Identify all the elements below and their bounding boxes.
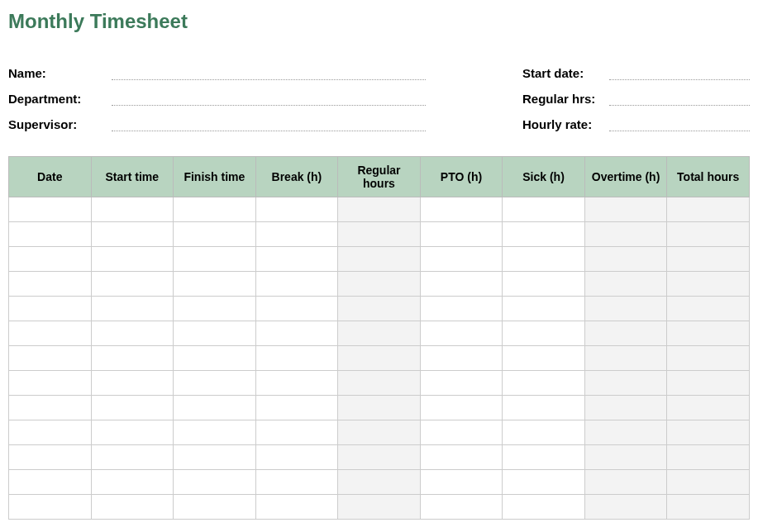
table-cell[interactable]: [174, 495, 256, 520]
table-cell[interactable]: [667, 297, 750, 321]
table-cell[interactable]: [255, 495, 338, 520]
table-cell[interactable]: [667, 247, 750, 272]
table-cell[interactable]: [584, 445, 667, 470]
table-cell[interactable]: [338, 495, 421, 520]
table-cell[interactable]: [667, 420, 750, 445]
table-cell[interactable]: [9, 420, 92, 445]
table-cell[interactable]: [9, 470, 92, 495]
regular-hrs-field[interactable]: [609, 94, 750, 106]
table-cell[interactable]: [584, 321, 667, 346]
table-cell[interactable]: [338, 445, 421, 470]
table-cell[interactable]: [91, 470, 174, 495]
table-cell[interactable]: [503, 495, 585, 520]
table-cell[interactable]: [255, 272, 338, 297]
table-cell[interactable]: [503, 371, 585, 396]
table-cell[interactable]: [420, 297, 503, 321]
table-cell[interactable]: [584, 222, 667, 247]
table-cell[interactable]: [174, 470, 256, 495]
table-cell[interactable]: [255, 222, 338, 247]
table-cell[interactable]: [584, 297, 667, 321]
table-cell[interactable]: [174, 420, 256, 445]
table-cell[interactable]: [9, 297, 92, 321]
table-cell[interactable]: [667, 197, 750, 222]
table-cell[interactable]: [174, 346, 256, 371]
table-cell[interactable]: [174, 445, 256, 470]
table-cell[interactable]: [338, 346, 421, 371]
table-cell[interactable]: [255, 396, 338, 420]
table-cell[interactable]: [667, 321, 750, 346]
table-cell[interactable]: [584, 272, 667, 297]
table-cell[interactable]: [503, 445, 585, 470]
table-cell[interactable]: [420, 495, 503, 520]
name-field[interactable]: [112, 69, 426, 80]
table-cell[interactable]: [503, 247, 585, 272]
table-cell[interactable]: [255, 445, 338, 470]
table-cell[interactable]: [9, 321, 92, 346]
table-cell[interactable]: [91, 445, 174, 470]
table-cell[interactable]: [503, 197, 585, 222]
table-cell[interactable]: [338, 247, 421, 272]
table-cell[interactable]: [255, 247, 338, 272]
table-cell[interactable]: [255, 297, 338, 321]
table-cell[interactable]: [338, 222, 421, 247]
table-cell[interactable]: [255, 470, 338, 495]
table-cell[interactable]: [9, 247, 92, 272]
table-cell[interactable]: [9, 371, 92, 396]
supervisor-field[interactable]: [112, 120, 426, 131]
table-cell[interactable]: [584, 420, 667, 445]
start-date-field[interactable]: [609, 69, 750, 80]
table-cell[interactable]: [503, 470, 585, 495]
table-cell[interactable]: [503, 222, 585, 247]
table-cell[interactable]: [255, 420, 338, 445]
table-cell[interactable]: [667, 222, 750, 247]
table-cell[interactable]: [420, 396, 503, 420]
table-cell[interactable]: [338, 420, 421, 445]
table-cell[interactable]: [91, 396, 174, 420]
table-cell[interactable]: [174, 222, 256, 247]
table-cell[interactable]: [667, 470, 750, 495]
table-cell[interactable]: [9, 197, 92, 222]
table-cell[interactable]: [255, 371, 338, 396]
table-cell[interactable]: [584, 197, 667, 222]
table-cell[interactable]: [420, 272, 503, 297]
table-cell[interactable]: [667, 346, 750, 371]
table-cell[interactable]: [338, 197, 421, 222]
table-cell[interactable]: [667, 445, 750, 470]
table-cell[interactable]: [91, 321, 174, 346]
table-cell[interactable]: [255, 321, 338, 346]
table-cell[interactable]: [174, 321, 256, 346]
table-cell[interactable]: [9, 222, 92, 247]
table-cell[interactable]: [584, 470, 667, 495]
table-cell[interactable]: [91, 272, 174, 297]
table-cell[interactable]: [91, 346, 174, 371]
table-cell[interactable]: [503, 321, 585, 346]
table-cell[interactable]: [9, 396, 92, 420]
table-cell[interactable]: [420, 197, 503, 222]
table-cell[interactable]: [9, 346, 92, 371]
department-field[interactable]: [112, 94, 426, 106]
table-cell[interactable]: [174, 297, 256, 321]
table-cell[interactable]: [91, 247, 174, 272]
table-cell[interactable]: [91, 495, 174, 520]
table-cell[interactable]: [503, 396, 585, 420]
table-cell[interactable]: [174, 272, 256, 297]
table-cell[interactable]: [174, 396, 256, 420]
table-cell[interactable]: [338, 297, 421, 321]
table-cell[interactable]: [9, 445, 92, 470]
table-cell[interactable]: [584, 396, 667, 420]
table-cell[interactable]: [420, 321, 503, 346]
table-cell[interactable]: [338, 470, 421, 495]
table-cell[interactable]: [255, 197, 338, 222]
table-cell[interactable]: [503, 297, 585, 321]
table-cell[interactable]: [420, 445, 503, 470]
table-cell[interactable]: [174, 247, 256, 272]
table-cell[interactable]: [667, 371, 750, 396]
hourly-rate-field[interactable]: [609, 120, 750, 131]
table-cell[interactable]: [9, 272, 92, 297]
table-cell[interactable]: [420, 470, 503, 495]
table-cell[interactable]: [420, 247, 503, 272]
table-cell[interactable]: [667, 495, 750, 520]
table-cell[interactable]: [91, 222, 174, 247]
table-cell[interactable]: [420, 371, 503, 396]
table-cell[interactable]: [584, 247, 667, 272]
